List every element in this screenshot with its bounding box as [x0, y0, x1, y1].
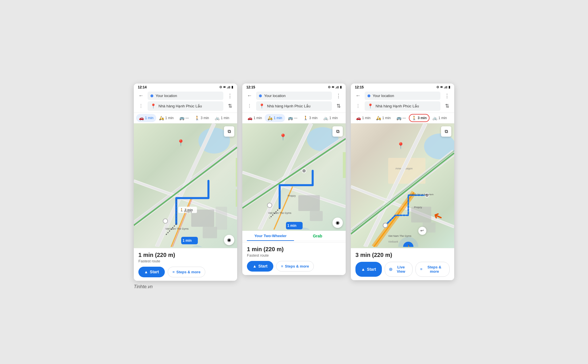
tab-walk-2[interactable]: 🚶 3 min [300, 114, 320, 122]
start-label-3: Start [367, 267, 376, 272]
steps-button-3[interactable]: ≡ Steps & more [415, 262, 450, 277]
transport-tabs-1: 🚗 1 min 🛵 1 min 🚌 — 🚶 3 min 🚲 1 min [134, 113, 237, 123]
svg-rect-42 [310, 211, 323, 221]
map-svg-2: 1 min 🛵 1 min 📍 Propzy Viet Nam The Gyms… [242, 123, 346, 230]
more-button-1[interactable]: ⋮ [226, 92, 234, 100]
walk-tab-icon-1: 🚶 [195, 116, 200, 120]
tab-car-3[interactable]: 🚗 1 min [353, 114, 373, 122]
svg-rect-2 [236, 189, 237, 207]
svg-text:1 min: 1 min [183, 239, 192, 243]
grab-logo: Grab [313, 234, 322, 238]
tab-bus-1[interactable]: 🚌 — [177, 114, 192, 122]
origin-input-1[interactable]: Your location [148, 92, 223, 100]
dest-input-3[interactable]: 📍 Nhà hàng Hạnh Phúc Lầu [365, 101, 440, 111]
layers-button-3[interactable]: ⧉ [441, 126, 451, 137]
status-bar-3: 12:15 ⊙ ≋ .ıll ▮ [351, 84, 454, 90]
origin-text-2: Your location [264, 94, 286, 98]
steps-icon-1: ≡ [173, 270, 175, 274]
more-button-2[interactable]: ⋮ [334, 92, 343, 100]
tab-moto-3[interactable]: 🛵 1 min [373, 114, 393, 122]
swap-button-1[interactable]: ⇅ [226, 102, 234, 110]
location-status-icon-3: ⊙ [436, 85, 439, 89]
svg-text:🚶: 🚶 [406, 245, 412, 247]
steps-button-2[interactable]: ≡ Steps & more [276, 261, 314, 272]
car-tab-label-2: 1 min [254, 116, 262, 120]
liveview-icon-3: ◎ [389, 267, 392, 271]
status-icons-1: ⊙ ≋ .ıll ▮ [219, 85, 233, 89]
start-button-3[interactable]: ▲ Start [355, 262, 382, 277]
origin-text-1: Your location [156, 94, 177, 98]
twowheeler-tabs: Your Two-Wheeler Grab [242, 231, 346, 241]
battery-status-icon-3: ▮ [448, 85, 450, 89]
location-button-2[interactable]: ◉ [332, 218, 343, 228]
start-label-1: Start [150, 270, 159, 274]
bus-tab-label-3: — [403, 116, 406, 120]
status-bar-1: 12:14 ⊙ ≋ .ıll ▮ [134, 84, 237, 90]
tab-car-2[interactable]: 🚗 1 min [245, 114, 265, 122]
tab-bike-3[interactable]: 🚲 1 min [430, 114, 450, 122]
svg-point-25 [163, 219, 168, 223]
location-button-1[interactable]: ◉ [224, 235, 234, 245]
tab-moto-1[interactable]: 🛵 1 min [156, 114, 176, 122]
nav-origin-row-1: ← Your location ⋮ [137, 92, 234, 100]
svg-text:📍: 📍 [397, 142, 405, 150]
back-button-3[interactable]: ← [354, 92, 362, 100]
start-button-2[interactable]: ▲ Start [247, 261, 273, 272]
layers-button-2[interactable]: ⧉ [332, 126, 343, 137]
bus-tab-icon-2: 🚌 [288, 116, 293, 120]
status-icons-3: ⊙ ≋ .ıll ▮ [436, 85, 450, 89]
status-time-2: 12:15 [246, 85, 255, 89]
map-area-1[interactable]: 🚶 3 min 1 min 🚗 1 min 📍 Propzy Viet Nam … [134, 123, 237, 248]
bike-tab-label-3: 1 min [438, 116, 447, 120]
svg-text:📍: 📍 [177, 139, 185, 147]
back-button-1[interactable]: ← [137, 92, 145, 100]
more-button-3[interactable]: ⋮ [443, 92, 451, 100]
steps-label-3: Steps & more [424, 265, 445, 274]
tab-grab[interactable]: Grab [294, 231, 341, 241]
start-label-2: Start [258, 264, 268, 268]
transport-tabs-3: 🚗 1 min 🛵 1 min 🚌 — 🚶 3 min 🚲 1 min [351, 113, 454, 123]
tab-your-twowheeler[interactable]: Your Two-Wheeler [247, 231, 294, 241]
tab-walk-3[interactable]: 🚶 3 min [409, 114, 430, 122]
origin-dot-2 [259, 94, 262, 97]
svg-point-52 [267, 203, 272, 208]
car-tab-label-1: 1 min [145, 116, 153, 120]
origin-dot-1 [150, 94, 153, 97]
tab-walk-1[interactable]: 🚶 3 min [192, 114, 212, 122]
walk-tab-label-3: 3 min [418, 116, 427, 120]
swap-button-3[interactable]: ⇅ [443, 102, 451, 110]
tab-bike-2[interactable]: 🚲 1 min [320, 114, 341, 122]
start-button-1[interactable]: ▲ Start [138, 267, 165, 277]
signal-status-icon-2: .ıll [335, 86, 339, 89]
bottom-buttons-1: ▲ Start ≡ Steps & more [138, 267, 233, 277]
route-info-sub-2: Fastest route [247, 253, 341, 257]
svg-text:↩: ↩ [420, 228, 424, 233]
tab-bus-2[interactable]: 🚌 — [285, 114, 300, 122]
bike-tab-icon-2: 🚲 [323, 116, 328, 120]
map-area-3[interactable]: Amway Saigon [351, 123, 454, 248]
svg-line-63 [365, 123, 425, 247]
location-status-icon-2: ⊙ [328, 85, 330, 89]
svg-rect-14 [216, 207, 227, 230]
moto-tab-label-3: 1 min [382, 116, 390, 120]
tab-car-1[interactable]: 🚗 1 min [136, 114, 156, 122]
origin-input-3[interactable]: Your location [365, 92, 440, 100]
route-info-main-2: 1 min (220 m) [247, 246, 341, 253]
layers-button-1[interactable]: ⧉ [224, 126, 234, 137]
tab-moto-2[interactable]: 🛵 1 min [265, 114, 285, 122]
origin-input-2[interactable]: Your location [256, 92, 332, 100]
dest-input-2[interactable]: 📍 Nhà hàng Hạnh Phúc Lầu [256, 101, 332, 111]
bike-tab-icon-1: 🚲 [215, 116, 220, 120]
map-area-2[interactable]: 1 min 🛵 1 min 📍 Propzy Viet Nam The Gyms… [242, 123, 346, 231]
steps-button-1[interactable]: ≡ Steps & more [168, 267, 205, 277]
svg-text:Propzy: Propzy [288, 194, 296, 197]
swap-button-2[interactable]: ⇅ [334, 102, 343, 110]
nav-dest-row-1: 📍 Nhà hàng Hạnh Phúc Lầu ⇅ [137, 101, 234, 111]
nav-origin-row-3: ← Your location ⋮ [354, 92, 451, 100]
moto-tab-icon-2: 🛵 [268, 116, 272, 120]
back-button-2[interactable]: ← [245, 92, 254, 100]
tab-bike-1[interactable]: 🚲 1 min [212, 114, 232, 122]
dest-input-1[interactable]: 📍 Nhà hàng Hạnh Phúc Lầu [148, 101, 223, 111]
tab-bus-3[interactable]: 🚌 — [394, 114, 409, 122]
liveview-button-3[interactable]: ◎ Live View [385, 262, 413, 277]
